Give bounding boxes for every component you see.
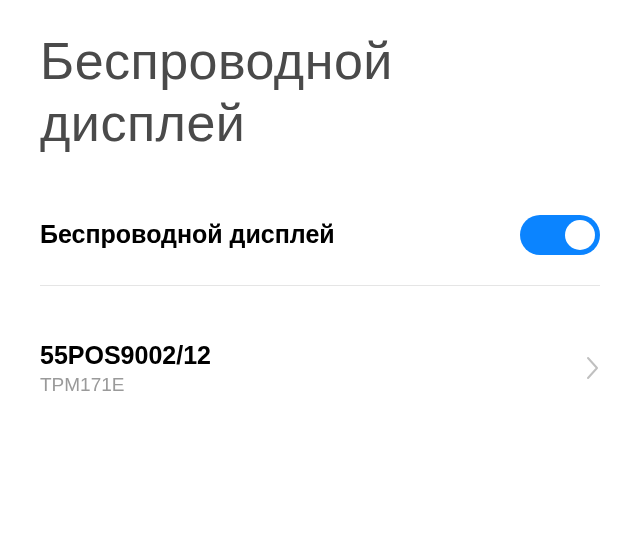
chevron-right-icon bbox=[586, 356, 600, 380]
wireless-display-toggle-row: Беспроводной дисплей bbox=[40, 203, 600, 285]
device-name: 55POS9002/12 bbox=[40, 341, 211, 370]
device-subtitle: TPM171E bbox=[40, 374, 211, 396]
toggle-thumb bbox=[565, 220, 595, 250]
wireless-display-label: Беспроводной дисплей bbox=[40, 220, 335, 249]
wireless-display-toggle[interactable] bbox=[520, 215, 600, 255]
device-info: 55POS9002/12 TPM171E bbox=[40, 341, 211, 396]
page-title: Беспроводной дисплей bbox=[40, 30, 600, 155]
device-list-item[interactable]: 55POS9002/12 TPM171E bbox=[40, 286, 600, 396]
